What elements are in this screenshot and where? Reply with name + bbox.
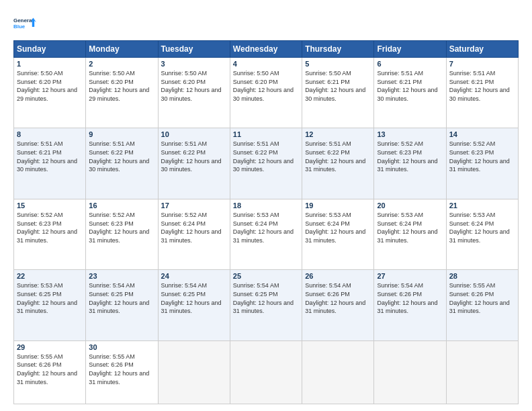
calendar-week-5: 29 Sunrise: 5:55 AMSunset: 6:26 PMDaylig… [14, 340, 519, 404]
cell-info: Sunrise: 5:51 AMSunset: 6:22 PMDaylight:… [305, 140, 365, 173]
day-number: 22 [17, 272, 83, 280]
day-number: 1 [17, 60, 83, 68]
cell-info: Sunrise: 5:52 AMSunset: 6:23 PMDaylight:… [449, 140, 510, 173]
calendar-cell: 30 Sunrise: 5:55 AMSunset: 6:26 PMDaylig… [86, 340, 158, 404]
cell-info: Sunrise: 5:54 AMSunset: 6:26 PMDaylight:… [305, 282, 365, 314]
cell-info: Sunrise: 5:54 AMSunset: 6:26 PMDaylight:… [377, 282, 437, 314]
calendar-cell: 10 Sunrise: 5:51 AMSunset: 6:22 PMDaylig… [158, 128, 230, 199]
calendar-cell: 20 Sunrise: 5:53 AMSunset: 6:24 PMDaylig… [374, 199, 446, 269]
calendar-cell: 24 Sunrise: 5:54 AMSunset: 6:25 PMDaylig… [158, 270, 230, 340]
cell-info: Sunrise: 5:51 AMSunset: 6:22 PMDaylight:… [233, 140, 294, 173]
calendar-cell: 25 Sunrise: 5:54 AMSunset: 6:25 PMDaylig… [230, 270, 302, 340]
cell-info: Sunrise: 5:52 AMSunset: 6:23 PMDaylight:… [377, 140, 437, 173]
cell-info: Sunrise: 5:52 AMSunset: 6:23 PMDaylight:… [17, 212, 77, 244]
day-number: 6 [377, 60, 443, 68]
calendar-week-1: 1 Sunrise: 5:50 AMSunset: 6:20 PMDayligh… [14, 58, 519, 128]
calendar-cell: 7 Sunrise: 5:51 AMSunset: 6:21 PMDayligh… [446, 58, 518, 128]
cell-info: Sunrise: 5:51 AMSunset: 6:21 PMDaylight:… [449, 70, 510, 102]
header-thursday: Thursday [302, 41, 374, 58]
cell-info: Sunrise: 5:52 AMSunset: 6:24 PMDaylight:… [161, 212, 222, 244]
calendar-cell: 9 Sunrise: 5:51 AMSunset: 6:22 PMDayligh… [86, 128, 158, 199]
day-number: 7 [449, 60, 515, 68]
cell-info: Sunrise: 5:53 AMSunset: 6:24 PMDaylight:… [233, 212, 294, 244]
calendar-cell: 1 Sunrise: 5:50 AMSunset: 6:20 PMDayligh… [14, 58, 86, 128]
day-number: 11 [233, 130, 299, 138]
calendar-cell: 17 Sunrise: 5:52 AMSunset: 6:24 PMDaylig… [158, 199, 230, 269]
calendar-cell: 11 Sunrise: 5:51 AMSunset: 6:22 PMDaylig… [230, 128, 302, 199]
day-number: 29 [17, 343, 83, 351]
calendar-cell: 2 Sunrise: 5:50 AMSunset: 6:20 PMDayligh… [86, 58, 158, 128]
calendar-cell: 22 Sunrise: 5:53 AMSunset: 6:25 PMDaylig… [14, 270, 86, 340]
day-number: 19 [305, 201, 371, 210]
calendar-week-2: 8 Sunrise: 5:51 AMSunset: 6:21 PMDayligh… [14, 128, 519, 199]
calendar-cell: 12 Sunrise: 5:51 AMSunset: 6:22 PMDaylig… [302, 128, 374, 199]
cell-info: Sunrise: 5:50 AMSunset: 6:20 PMDaylight:… [17, 70, 77, 102]
cell-info: Sunrise: 5:55 AMSunset: 6:26 PMDaylight:… [449, 282, 510, 314]
cell-info: Sunrise: 5:54 AMSunset: 6:25 PMDaylight:… [89, 282, 149, 314]
calendar-cell: 4 Sunrise: 5:50 AMSunset: 6:20 PMDayligh… [230, 58, 302, 128]
svg-text:General: General [13, 17, 34, 24]
day-number: 28 [449, 272, 515, 280]
calendar-cell: 18 Sunrise: 5:53 AMSunset: 6:24 PMDaylig… [230, 199, 302, 269]
calendar-cell [158, 340, 230, 404]
day-number: 18 [233, 201, 299, 210]
calendar-cell: 14 Sunrise: 5:52 AMSunset: 6:23 PMDaylig… [446, 128, 518, 199]
day-number: 2 [89, 60, 154, 68]
calendar-cell [446, 340, 518, 404]
day-number: 23 [89, 272, 154, 280]
day-number: 24 [161, 272, 227, 280]
cell-info: Sunrise: 5:50 AMSunset: 6:21 PMDaylight:… [305, 70, 365, 102]
calendar-cell: 26 Sunrise: 5:54 AMSunset: 6:26 PMDaylig… [302, 270, 374, 340]
page: General Blue SundayMondayTuesdayWednesda… [0, 0, 532, 411]
day-number: 5 [305, 60, 371, 68]
cell-info: Sunrise: 5:51 AMSunset: 6:22 PMDaylight:… [89, 140, 149, 173]
calendar-cell: 8 Sunrise: 5:51 AMSunset: 6:21 PMDayligh… [14, 128, 86, 199]
calendar-header-row: SundayMondayTuesdayWednesdayThursdayFrid… [14, 41, 519, 58]
calendar-week-3: 15 Sunrise: 5:52 AMSunset: 6:23 PMDaylig… [14, 199, 519, 269]
header-friday: Friday [374, 41, 446, 58]
cell-info: Sunrise: 5:50 AMSunset: 6:20 PMDaylight:… [89, 70, 149, 102]
day-number: 20 [377, 201, 443, 210]
header-wednesday: Wednesday [230, 41, 302, 58]
day-number: 10 [161, 130, 227, 138]
calendar-cell: 28 Sunrise: 5:55 AMSunset: 6:26 PMDaylig… [446, 270, 518, 340]
day-number: 9 [89, 130, 154, 138]
cell-info: Sunrise: 5:50 AMSunset: 6:20 PMDaylight:… [161, 70, 222, 102]
day-number: 12 [305, 130, 371, 138]
calendar-cell: 19 Sunrise: 5:53 AMSunset: 6:24 PMDaylig… [302, 199, 374, 269]
header-tuesday: Tuesday [158, 41, 230, 58]
calendar-cell [230, 340, 302, 404]
calendar-cell: 3 Sunrise: 5:50 AMSunset: 6:20 PMDayligh… [158, 58, 230, 128]
calendar-cell: 27 Sunrise: 5:54 AMSunset: 6:26 PMDaylig… [374, 270, 446, 340]
day-number: 30 [89, 343, 154, 351]
calendar-cell: 15 Sunrise: 5:52 AMSunset: 6:23 PMDaylig… [14, 199, 86, 269]
header-sunday: Sunday [14, 41, 86, 58]
day-number: 8 [17, 130, 83, 138]
day-number: 21 [449, 201, 515, 210]
day-number: 27 [377, 272, 443, 280]
logo: General Blue [13, 12, 36, 35]
calendar-cell: 6 Sunrise: 5:51 AMSunset: 6:21 PMDayligh… [374, 58, 446, 128]
calendar-cell: 13 Sunrise: 5:52 AMSunset: 6:23 PMDaylig… [374, 128, 446, 199]
cell-info: Sunrise: 5:53 AMSunset: 6:24 PMDaylight:… [377, 212, 437, 244]
day-number: 26 [305, 272, 371, 280]
cell-info: Sunrise: 5:51 AMSunset: 6:21 PMDaylight:… [377, 70, 437, 102]
calendar-week-4: 22 Sunrise: 5:53 AMSunset: 6:25 PMDaylig… [14, 270, 519, 340]
cell-info: Sunrise: 5:52 AMSunset: 6:23 PMDaylight:… [89, 212, 149, 244]
calendar-table: SundayMondayTuesdayWednesdayThursdayFrid… [13, 40, 519, 404]
cell-info: Sunrise: 5:54 AMSunset: 6:25 PMDaylight:… [161, 282, 222, 314]
header: General Blue [13, 12, 519, 35]
cell-info: Sunrise: 5:53 AMSunset: 6:25 PMDaylight:… [17, 282, 77, 314]
cell-info: Sunrise: 5:50 AMSunset: 6:20 PMDaylight:… [233, 70, 294, 102]
cell-info: Sunrise: 5:54 AMSunset: 6:25 PMDaylight:… [233, 282, 294, 314]
day-number: 16 [89, 201, 154, 210]
cell-info: Sunrise: 5:51 AMSunset: 6:22 PMDaylight:… [161, 140, 222, 173]
cell-info: Sunrise: 5:55 AMSunset: 6:26 PMDaylight:… [89, 353, 149, 385]
cell-info: Sunrise: 5:51 AMSunset: 6:21 PMDaylight:… [17, 140, 77, 173]
calendar-cell: 23 Sunrise: 5:54 AMSunset: 6:25 PMDaylig… [86, 270, 158, 340]
general-blue-logo-icon: General Blue [13, 12, 36, 35]
day-number: 17 [161, 201, 227, 210]
svg-text:Blue: Blue [13, 24, 26, 30]
calendar-cell: 16 Sunrise: 5:52 AMSunset: 6:23 PMDaylig… [86, 199, 158, 269]
header-monday: Monday [86, 41, 158, 58]
